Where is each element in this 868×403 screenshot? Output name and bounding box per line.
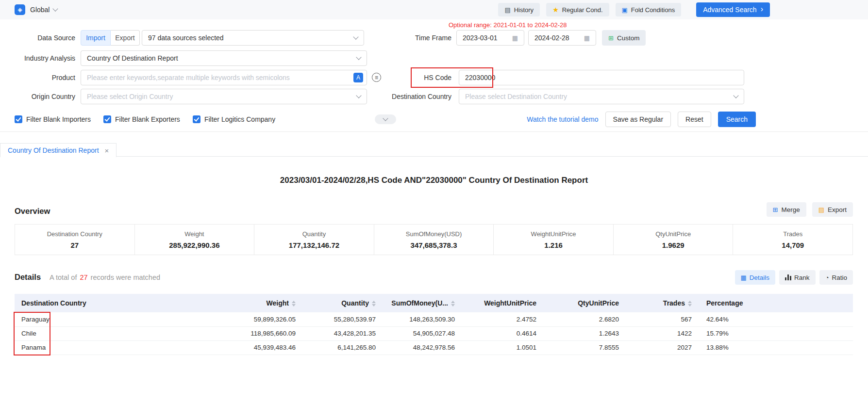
time-frame-label: Time Frame <box>357 30 451 46</box>
stat-weight: Weight 285,922,990.36 <box>134 225 254 255</box>
date-to-field[interactable]: 2024-02-28 ▦ <box>528 30 596 46</box>
view-rank-button[interactable]: Rank <box>779 270 816 285</box>
data-source-label: Data Source <box>0 30 75 46</box>
col-quantity[interactable]: Quantity <box>303 294 384 312</box>
stat-trades: Trades 14,709 <box>733 225 852 255</box>
table-row[interactable]: Panama 45,939,483.46 6,141,265.80 48,242… <box>15 340 853 355</box>
chevron-down-icon <box>383 115 388 121</box>
col-weight-unit-price: WeightUnitPrice <box>463 294 544 312</box>
industry-analysis-select[interactable]: Country Of Destination Report <box>81 50 367 66</box>
form-actions: Watch the tutorial demo Save as Regular … <box>548 112 756 127</box>
overview-heading: Overview <box>15 207 50 216</box>
regular-cond-button[interactable]: ★ Regular Cond. <box>546 3 609 16</box>
chevron-down-icon <box>733 93 738 98</box>
table-header-row: Destination Country Weight Quantity SumO… <box>15 294 853 312</box>
destination-country-select[interactable]: Please select Destination Country <box>459 89 744 104</box>
close-icon[interactable]: × <box>105 146 109 155</box>
stat-quantity: Quantity 177,132,146.72 <box>254 225 374 255</box>
origin-country-select[interactable]: Please select Origin Country <box>81 89 367 104</box>
history-icon: ▤ <box>504 7 510 13</box>
stat-destination-country: Destination Country 27 <box>15 225 134 255</box>
destination-country-label: Destination Country <box>357 89 451 104</box>
filter-blank-importers-checkbox[interactable]: Filter Blank Importers <box>15 115 91 123</box>
matched-count: 27 <box>80 274 87 281</box>
star-icon: ★ <box>552 6 559 13</box>
tutorial-demo-link[interactable]: Watch the tutorial demo <box>527 115 598 123</box>
checkbox-checked-icon <box>193 115 200 123</box>
region-label: Global <box>30 6 50 14</box>
col-weight[interactable]: Weight <box>223 294 303 312</box>
col-sum-of-money[interactable]: SumOfMoney(U... <box>384 294 463 312</box>
search-form: Optional range: 2021-01-01 to 2024-02-28… <box>0 19 868 131</box>
checkbox-checked-icon <box>103 115 111 123</box>
merge-icon: ⊞ <box>773 207 778 213</box>
filter-checkboxes: Filter Blank Importers Filter Blank Expo… <box>15 115 275 123</box>
stat-sum-of-money: SumOfMoney(USD) 347,685,378.3 <box>374 225 494 255</box>
pie-chart-icon: ◔ <box>825 274 829 281</box>
export-toggle[interactable]: Export <box>111 30 140 46</box>
stat-weight-unit-price: WeightUnitPrice 1.216 <box>493 225 613 255</box>
col-percentage: Percentage <box>700 294 853 312</box>
bar-chart-icon <box>785 274 791 280</box>
cell-country[interactable]: Chile <box>15 326 223 340</box>
origin-country-label: Origin Country <box>0 89 75 104</box>
export-button[interactable]: ▤ Export <box>812 202 853 217</box>
table-row[interactable]: Chile 118,985,660.09 43,428,201.35 54,90… <box>15 326 853 340</box>
checkbox-checked-icon <box>15 115 22 123</box>
hs-code-label: HS Code <box>357 70 451 85</box>
merge-button[interactable]: ⊞ Merge <box>767 202 806 217</box>
tab-country-of-destination-report[interactable]: Country Of Destination Report × <box>0 143 117 157</box>
filter-blank-exporters-checkbox[interactable]: Filter Blank Exporters <box>103 115 180 123</box>
product-input[interactable] <box>81 70 367 85</box>
search-button[interactable]: Search <box>718 112 756 127</box>
view-details-button[interactable]: ▦ Details <box>735 270 776 285</box>
stat-qty-unit-price: QtyUnitPrice 1.9629 <box>613 225 733 255</box>
date-from-field[interactable]: 2023-03-01 ▦ <box>456 30 524 46</box>
import-toggle[interactable]: Import <box>81 30 111 46</box>
custom-icon: ⊞ <box>608 35 614 41</box>
data-source-toggle: Import Export <box>81 30 140 46</box>
details-heading: Details <box>15 273 41 282</box>
chevron-right-icon: › <box>761 5 763 13</box>
form-divider <box>0 131 868 132</box>
calendar-icon: ▦ <box>584 35 590 41</box>
top-bar-actions: ▤ History ★ Regular Cond. ▣ Fold Conditi… <box>498 2 770 17</box>
matched-records-text: A total of27records were matched <box>50 274 160 281</box>
data-sources-select[interactable]: 97 data sources selected <box>142 30 364 46</box>
table-row[interactable]: Paraguay 59,899,326.05 55,280,539.97 148… <box>15 312 853 326</box>
region-selector[interactable]: Global <box>30 6 57 14</box>
sort-icon[interactable] <box>292 301 296 306</box>
chevron-down-icon <box>356 54 361 60</box>
hs-code-input[interactable] <box>459 70 744 85</box>
fold-conditions-button[interactable]: ▣ Fold Conditions <box>616 3 682 16</box>
col-destination-country: Destination Country <box>15 294 223 312</box>
advanced-search-button[interactable]: Advanced Search › <box>696 2 770 17</box>
fold-icon: ▣ <box>622 7 628 13</box>
optional-range-note: Optional range: 2021-01-01 to 2024-02-28 <box>449 21 567 29</box>
save-as-regular-button[interactable]: Save as Regular <box>605 112 671 127</box>
sort-icon[interactable] <box>372 301 376 306</box>
export-icon: ▤ <box>818 207 824 213</box>
calendar-icon: ▦ <box>512 35 518 41</box>
view-ratio-button[interactable]: ◔ Ratio <box>819 270 853 285</box>
cell-country[interactable]: Panama <box>15 340 223 355</box>
collapse-form-button[interactable] <box>375 114 396 124</box>
tabbar-divider <box>0 156 868 157</box>
industry-analysis-label: Industry Analysis <box>0 50 75 66</box>
filter-logistics-company-checkbox[interactable]: Filter Logitics Company <box>193 115 275 123</box>
cell-country[interactable]: Paraguay <box>15 312 223 326</box>
history-button[interactable]: ▤ History <box>498 3 540 16</box>
product-label: Product <box>0 70 75 85</box>
sort-icon[interactable] <box>451 301 455 306</box>
custom-range-button[interactable]: ⊞ Custom <box>602 30 646 46</box>
reset-button[interactable]: Reset <box>678 112 711 127</box>
view-switcher: ▦ Details Rank ◔ Ratio <box>735 270 853 285</box>
chevron-down-icon <box>53 6 58 11</box>
col-trades[interactable]: Trades <box>627 294 700 312</box>
report-title: 2023/03/01-2024/02/28,HS Code AND"220300… <box>0 176 868 185</box>
details-table: Destination Country Weight Quantity SumO… <box>15 294 853 355</box>
table-icon: ▦ <box>741 274 747 281</box>
overview-actions: ⊞ Merge ▤ Export <box>767 202 853 217</box>
sort-icon[interactable] <box>688 301 692 306</box>
col-qty-unit-price: QtyUnitPrice <box>544 294 627 312</box>
